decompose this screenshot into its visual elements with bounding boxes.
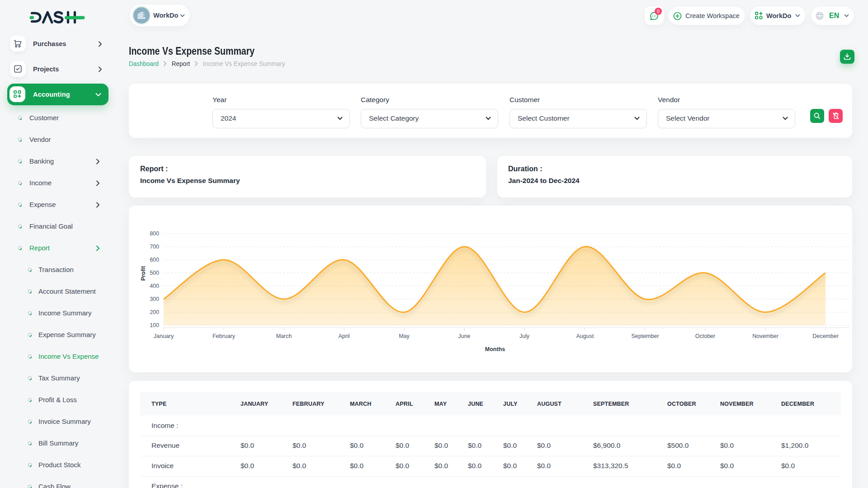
svg-text:300: 300: [150, 296, 159, 302]
svg-text:August: August: [576, 333, 594, 339]
svg-text:November: November: [752, 333, 778, 339]
svg-text:Profit: Profit: [140, 266, 146, 281]
svg-text:May: May: [399, 333, 410, 339]
svg-text:800: 800: [150, 230, 159, 237]
svg-text:September: September: [631, 333, 659, 339]
svg-text:June: June: [458, 333, 470, 339]
svg-text:500: 500: [150, 270, 159, 276]
svg-text:200: 200: [150, 309, 159, 315]
svg-text:December: December: [812, 333, 839, 339]
svg-text:700: 700: [150, 244, 159, 250]
svg-text:400: 400: [150, 283, 159, 289]
svg-text:600: 600: [150, 257, 159, 263]
svg-text:100: 100: [150, 322, 159, 328]
svg-text:January: January: [154, 333, 174, 339]
svg-text:July: July: [519, 333, 530, 339]
svg-text:April: April: [338, 333, 349, 339]
svg-text:March: March: [276, 333, 292, 339]
svg-text:October: October: [695, 333, 715, 339]
svg-text:February: February: [212, 333, 236, 339]
svg-text:Months: Months: [485, 346, 505, 352]
